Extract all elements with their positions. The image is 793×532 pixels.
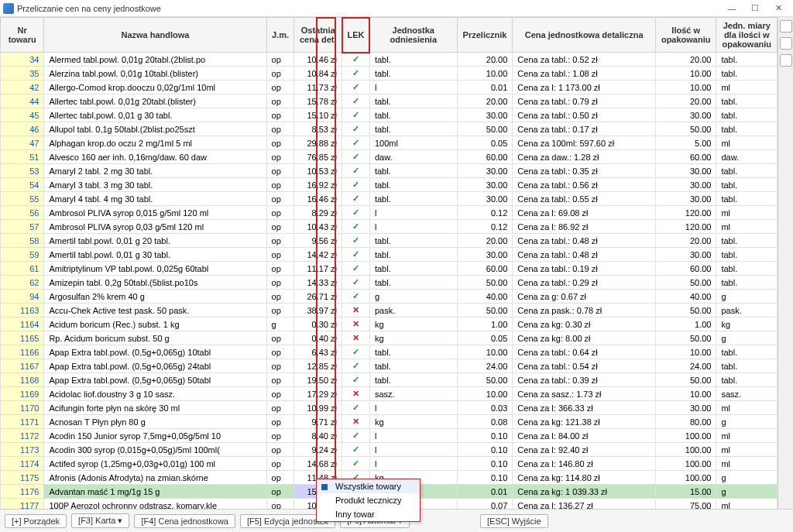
cell[interactable]: 24.00 xyxy=(655,359,716,373)
cell[interactable]: 40.00 xyxy=(457,290,513,304)
cell[interactable]: 50.00 xyxy=(457,276,513,290)
cell[interactable]: 75.00 xyxy=(655,499,716,510)
cell[interactable]: 15.78 zł xyxy=(294,94,342,108)
cell[interactable]: op xyxy=(266,290,294,304)
cell[interactable]: tabl. xyxy=(369,178,457,192)
cell[interactable]: op xyxy=(266,220,294,234)
cell[interactable]: tabl. xyxy=(716,108,778,122)
table-row[interactable]: 57Ambrosol PLIVA syrop 0,03 g/5ml 120 ml… xyxy=(1,220,778,234)
col-name[interactable]: Nazwa handlowa xyxy=(44,18,266,53)
cell[interactable]: Cena za l: 1 173.00 zł xyxy=(513,81,656,94)
cell[interactable]: sasz. xyxy=(716,387,778,401)
cell[interactable]: 0.12 xyxy=(457,220,513,234)
cell-lek[interactable]: ✓ xyxy=(342,67,370,81)
cell[interactable]: ml xyxy=(716,499,778,510)
cell[interactable]: tabl. xyxy=(716,164,778,178)
cell[interactable]: kg xyxy=(369,331,457,345)
cell[interactable]: 47 xyxy=(1,136,44,150)
cell[interactable]: tabl. xyxy=(369,122,457,136)
table-row[interactable]: 55Amaryl 4 tabl. 4 mg 30 tabl.op16.46 zł… xyxy=(1,192,778,206)
cell[interactable]: 40.00 xyxy=(655,290,716,304)
cell[interactable]: op xyxy=(266,331,294,345)
cell[interactable]: 0.10 xyxy=(457,429,513,443)
cell[interactable]: 35 xyxy=(1,67,44,81)
menu-medicinal[interactable]: Produkt leczniczy xyxy=(317,493,420,507)
cell[interactable]: kg xyxy=(369,415,457,429)
cell[interactable]: op xyxy=(266,499,294,510)
cell[interactable]: op xyxy=(266,164,294,178)
col-price[interactable]: Ostatnia cena det. xyxy=(294,18,342,53)
cell[interactable]: Alerzina tabl.powl. 0,01g 10tabl.(bliste… xyxy=(44,67,266,81)
cell[interactable]: op xyxy=(266,276,294,290)
cell[interactable]: 1165 xyxy=(1,331,44,345)
cell[interactable]: Acidolac liof.doustny 3 g 10 sasz. xyxy=(44,387,266,401)
cell[interactable]: 16.46 zł xyxy=(294,192,342,206)
cell[interactable]: 0.07 xyxy=(457,499,513,510)
cell[interactable]: Cena za tabl.: 0.17 zł xyxy=(513,122,656,136)
cell[interactable]: 10.00 xyxy=(655,67,716,81)
cell[interactable]: Allergo-Comod krop.dooczu 0,02g/1ml 10ml xyxy=(44,81,266,94)
cell[interactable]: 30.00 xyxy=(457,164,513,178)
cell-lek[interactable]: ✓ xyxy=(342,192,370,206)
menu-other[interactable]: Inny towar xyxy=(317,507,420,521)
table-row[interactable]: 1166Apap Extra tabl.powl. (0,5g+0,065g) … xyxy=(1,345,778,359)
cell[interactable]: 45 xyxy=(1,108,44,122)
cell[interactable]: 1170 xyxy=(1,401,44,415)
cell[interactable]: 11.73 zł xyxy=(294,81,342,94)
cell[interactable]: g xyxy=(266,317,294,331)
cell[interactable]: 10.00 xyxy=(655,81,716,94)
cell[interactable]: 94 xyxy=(1,290,44,304)
cell[interactable]: 29.88 zł xyxy=(294,136,342,150)
cell[interactable]: 10.00 xyxy=(655,345,716,359)
cell[interactable]: Argosulfan 2% krem 40 g xyxy=(44,290,266,304)
cell[interactable]: op xyxy=(266,415,294,429)
cell[interactable]: Cena za tabl.: 0.48 zł xyxy=(513,234,656,248)
col-lek[interactable]: LEK xyxy=(342,18,370,53)
cell[interactable]: tabl. xyxy=(716,248,778,262)
cell[interactable]: op xyxy=(266,457,294,471)
cell[interactable]: 54 xyxy=(1,178,44,192)
cell[interactable]: 1171 xyxy=(1,415,44,429)
cell[interactable]: op xyxy=(266,471,294,485)
table-row[interactable]: 62Amizepin tabl. 0,2g 50tabl.(5blist.po1… xyxy=(1,276,778,290)
table-row[interactable]: 35Alerzina tabl.powl. 0,01g 10tabl.(blis… xyxy=(1,67,778,81)
cell-lek[interactable]: ✓ xyxy=(342,136,370,150)
cell[interactable]: ml xyxy=(716,429,778,443)
cell[interactable]: Amaryl 3 tabl. 3 mg 30 tabl. xyxy=(44,178,266,192)
cell[interactable]: 1164 xyxy=(1,317,44,331)
cell[interactable]: tabl. xyxy=(369,373,457,387)
cell[interactable]: Rp. Acidum boricum subst. 50 g xyxy=(44,331,266,345)
table-row[interactable]: 1173Acodin 300 syrop (0,015g+0,05g)/5ml … xyxy=(1,443,778,457)
cell[interactable]: Ambrosol PLIVA syrop 0,03 g/5ml 120 ml xyxy=(44,220,266,234)
cell[interactable]: Cena za l: 84.00 zł xyxy=(513,429,656,443)
col-qty[interactable]: Ilość w opakowaniu xyxy=(655,18,716,53)
table-row[interactable]: 1163Accu-Chek Active test pask. 50 pask.… xyxy=(1,304,778,317)
col-nr[interactable]: Nr towaru xyxy=(1,18,44,53)
cell[interactable]: op xyxy=(266,122,294,136)
cell[interactable]: 50.00 xyxy=(655,276,716,290)
col-jm[interactable]: J.m. xyxy=(266,18,294,53)
cell[interactable]: tabl. xyxy=(369,359,457,373)
cell[interactable]: ml xyxy=(716,457,778,471)
cell[interactable]: g xyxy=(716,290,778,304)
cell[interactable]: Cena za tabl.: 0.35 zł xyxy=(513,164,656,178)
cell[interactable]: g xyxy=(716,331,778,345)
cell[interactable]: tabl. xyxy=(716,192,778,206)
cell[interactable]: g xyxy=(716,485,778,499)
cell[interactable]: Cena za l: 69.08 zł xyxy=(513,206,656,220)
minimize-button[interactable]: — xyxy=(720,0,743,17)
cell[interactable]: Accu-Chek Active test pask. 50 pask. xyxy=(44,304,266,317)
cell-lek[interactable]: ✕ xyxy=(342,387,370,401)
cell[interactable]: op xyxy=(266,94,294,108)
col-przel[interactable]: Przelicznik xyxy=(457,18,513,53)
menu-all-goods[interactable]: Wszystkie towary xyxy=(317,479,420,493)
cell[interactable]: Amertil tabl.powl. 0,01 g 20 tabl. xyxy=(44,234,266,248)
cell[interactable]: op xyxy=(266,387,294,401)
cell-lek[interactable]: ✓ xyxy=(342,359,370,373)
cell[interactable]: 50.00 xyxy=(655,122,716,136)
cell[interactable]: 10.43 zł xyxy=(294,220,342,234)
cell-lek[interactable]: ✓ xyxy=(342,81,370,94)
cell-lek[interactable]: ✓ xyxy=(342,276,370,290)
cell[interactable]: Amertil tabl.powl. 0,01 g 30 tabl. xyxy=(44,248,266,262)
cell[interactable]: Cena za kg: 8.00 zł xyxy=(513,331,656,345)
